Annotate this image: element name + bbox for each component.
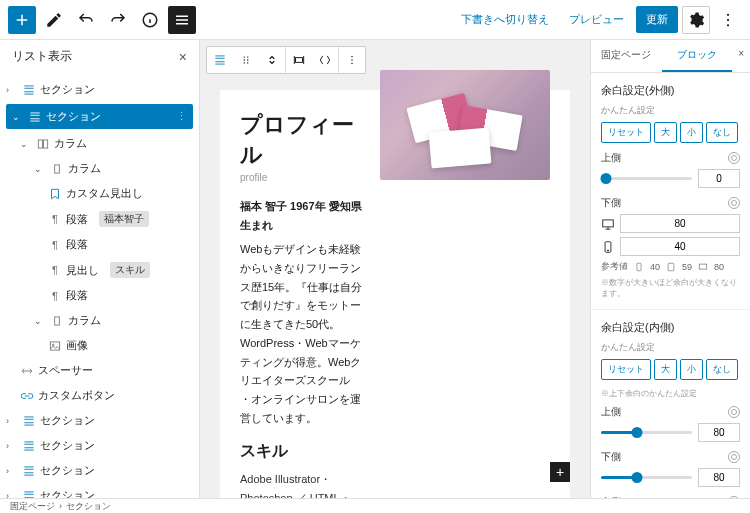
tree-item-image[interactable]: 画像: [0, 333, 199, 358]
skill-list[interactable]: Adobe Illustrator・Photoshop ／ HTML・CSS ／…: [240, 470, 364, 498]
tab-block[interactable]: ブロック: [662, 40, 733, 72]
tree-item-paragraph[interactable]: ¶段落: [0, 232, 199, 257]
tree-item-heading[interactable]: ¶見出し スキル: [0, 257, 199, 283]
tree-item-section[interactable]: ›セクション: [0, 483, 199, 498]
block-type-button[interactable]: [207, 47, 233, 73]
undo-button[interactable]: [72, 6, 100, 34]
settings-button[interactable]: [682, 6, 710, 34]
tree-item-spacer[interactable]: スペーサー: [0, 358, 199, 383]
margin-outer-title: 余白設定(外側): [601, 83, 674, 98]
svg-point-3: [727, 24, 729, 26]
svg-rect-16: [296, 58, 303, 63]
reset-icon[interactable]: [728, 152, 740, 164]
tab-page[interactable]: 固定ページ: [591, 40, 662, 72]
update-button[interactable]: 更新: [636, 6, 678, 33]
tree-item-section[interactable]: ›セクション: [0, 408, 199, 433]
preset-large-button[interactable]: 大: [654, 359, 677, 380]
align-button[interactable]: [286, 47, 312, 73]
svg-point-22: [607, 249, 608, 250]
reset-icon[interactable]: [728, 451, 740, 463]
top-margin-slider[interactable]: [601, 177, 692, 180]
crumb-page[interactable]: 固定ページ: [10, 500, 55, 513]
top-margin-input[interactable]: [698, 169, 740, 188]
block-inserter-button[interactable]: +: [550, 462, 570, 482]
tree-item-custom-button[interactable]: カスタムボタン: [0, 383, 199, 408]
tree-item-column[interactable]: ⌄カラム: [0, 308, 199, 333]
preset-small-button[interactable]: 小: [680, 122, 703, 143]
tree-label: セクション: [40, 413, 95, 428]
svg-rect-7: [55, 316, 60, 324]
redo-button[interactable]: [104, 6, 132, 34]
svg-rect-8: [50, 341, 59, 349]
preset-none-button[interactable]: なし: [706, 359, 738, 380]
inner-top-input[interactable]: [698, 423, 740, 442]
svg-rect-4: [38, 139, 42, 147]
tree-item-section[interactable]: ›セクション: [0, 433, 199, 458]
easy-label: かんたん設定: [601, 341, 740, 354]
drag-handle-button[interactable]: [233, 47, 259, 73]
preset-reset-button[interactable]: リセット: [601, 122, 651, 143]
move-button[interactable]: [259, 47, 285, 73]
reset-icon[interactable]: [728, 406, 740, 418]
edit-mode-button[interactable]: [40, 6, 68, 34]
inner-bottom-slider[interactable]: [601, 476, 692, 479]
margin-inner-title: 余白設定(内側): [601, 320, 674, 335]
tree-label: セクション: [40, 82, 95, 97]
block-more-button[interactable]: [339, 47, 365, 73]
more-menu-button[interactable]: [714, 6, 742, 34]
svg-point-17: [351, 56, 352, 57]
inner-bottom-input[interactable]: [698, 468, 740, 487]
preview-link[interactable]: プレビュー: [561, 6, 632, 33]
svg-rect-5: [44, 139, 48, 147]
switch-to-draft-link[interactable]: 下書きへ切り替え: [453, 6, 557, 33]
tree-label: セクション: [40, 438, 95, 453]
profile-heading[interactable]: プロフィール: [240, 110, 364, 170]
inserter-toggle-button[interactable]: [8, 6, 36, 34]
svg-rect-6: [55, 164, 60, 172]
crumb-block[interactable]: セクション: [66, 500, 111, 513]
svg-point-2: [727, 18, 729, 20]
svg-rect-23: [637, 263, 641, 271]
inner-top-label: 上側: [601, 405, 621, 419]
reset-icon[interactable]: [728, 197, 740, 209]
svg-point-11: [247, 56, 248, 57]
reset-icon[interactable]: [728, 496, 740, 498]
tree-item-section[interactable]: ›セクション: [0, 77, 199, 102]
editor-canvas: プロフィール profile 福本 智子 1967年 愛知県生まれ Webもデザ…: [200, 40, 590, 498]
preset-small-button[interactable]: 小: [680, 359, 703, 380]
svg-point-12: [244, 59, 245, 60]
list-view-button[interactable]: [168, 6, 196, 34]
bottom-margin-mobile-input[interactable]: [620, 237, 740, 256]
close-settings-icon[interactable]: ×: [732, 40, 750, 72]
preset-none-button[interactable]: なし: [706, 122, 738, 143]
fullwidth-button[interactable]: [312, 47, 338, 73]
bottom-margin-desktop-input[interactable]: [620, 214, 740, 233]
breadcrumb: 固定ページ › セクション: [0, 498, 750, 513]
inner-left-label: 左側: [601, 495, 621, 498]
tree-item-paragraph[interactable]: ¶段落: [0, 283, 199, 308]
tree-item-paragraph[interactable]: ¶段落 福本智子: [0, 206, 199, 232]
info-button[interactable]: [136, 6, 164, 34]
tree-item-section[interactable]: ›セクション: [0, 458, 199, 483]
author-name[interactable]: 福本 智子 1967年 愛知県生まれ: [240, 200, 362, 231]
more-icon[interactable]: ⋮: [176, 110, 187, 123]
tree-label: 段落: [66, 288, 88, 303]
svg-point-18: [351, 59, 352, 60]
profile-body[interactable]: Webもデザインも未経験からいきなりフリーランス歴15年。『仕事は自分で創りだす…: [240, 240, 364, 427]
profile-image[interactable]: [380, 70, 550, 180]
tree-item-column[interactable]: ⌄カラム: [0, 156, 199, 181]
tree-item-columns[interactable]: ⌄カラム: [0, 131, 199, 156]
preset-large-button[interactable]: 大: [654, 122, 677, 143]
inner-top-slider[interactable]: [601, 431, 692, 434]
close-icon[interactable]: ×: [179, 49, 187, 65]
tree-label: セクション: [40, 463, 95, 478]
tree-item-section-selected[interactable]: ⌄セクション⋮: [6, 104, 193, 129]
svg-rect-25: [699, 264, 707, 269]
mobile-icon: [634, 262, 644, 272]
tree-label: カラム: [68, 313, 101, 328]
tree-item-custom-heading[interactable]: カスタム見出し: [0, 181, 199, 206]
tree-label: 見出し: [66, 263, 99, 278]
preset-reset-button[interactable]: リセット: [601, 359, 651, 380]
desktop-icon: [601, 217, 615, 231]
skill-heading[interactable]: スキル: [240, 441, 364, 462]
